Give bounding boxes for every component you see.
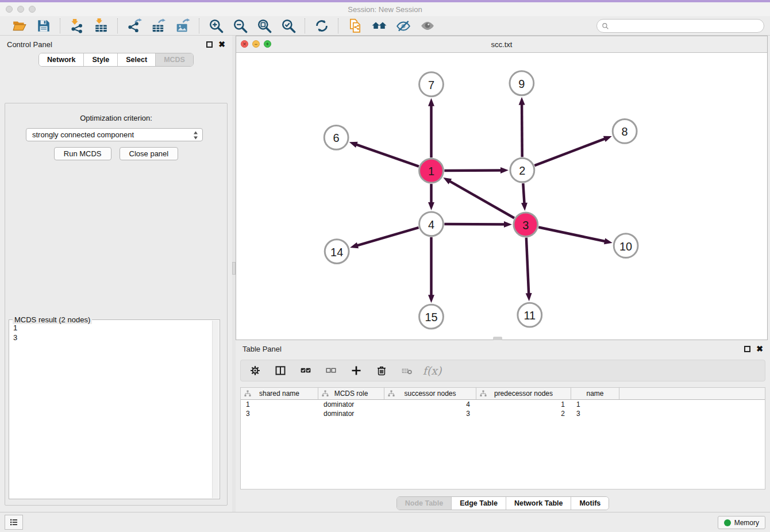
- edge-1-2[interactable]: [444, 167, 509, 174]
- list-icon: [9, 517, 19, 527]
- tab-select[interactable]: Select: [117, 53, 155, 66]
- zoom-in-icon: [209, 18, 224, 33]
- criterion-dropdown[interactable]: strongly connected component: [26, 128, 203, 141]
- app-titlebar: Session: New Session: [0, 2, 770, 17]
- table-tab-node-table[interactable]: Node Table: [397, 497, 451, 510]
- new-network-from-selection-button[interactable]: [345, 17, 365, 34]
- edge-3-10[interactable]: [538, 228, 613, 245]
- zoom-fit-button[interactable]: [254, 17, 275, 34]
- graph-node-6[interactable]: 6: [324, 125, 348, 149]
- tab-network[interactable]: Network: [39, 53, 83, 66]
- show-graphics-details-button[interactable]: [417, 17, 438, 34]
- node-label: 4: [428, 218, 434, 231]
- edge-2-8[interactable]: [534, 136, 612, 165]
- graph-node-2[interactable]: 2: [510, 158, 534, 182]
- edge-4-3[interactable]: [444, 221, 512, 228]
- minimize-view-icon[interactable]: −: [252, 40, 260, 48]
- export-image-button[interactable]: [172, 17, 193, 34]
- graph-node-1[interactable]: 1: [419, 159, 444, 183]
- close-view-icon[interactable]: ✕: [241, 40, 248, 48]
- edge-1-4[interactable]: [428, 184, 434, 210]
- table-row[interactable]: 1dominator411: [241, 400, 765, 409]
- cell-mcds-role[interactable]: dominator: [318, 400, 384, 408]
- result-scrollbar[interactable]: [212, 321, 219, 498]
- cell-name[interactable]: 1: [571, 400, 619, 408]
- cell-shared-name[interactable]: 1: [241, 400, 318, 408]
- table-tab-edge-table[interactable]: Edge Table: [451, 497, 506, 510]
- workspace: ✕ − + scc.txt 7968124314101511 Table Pan…: [236, 36, 770, 512]
- graph-node-4[interactable]: 4: [419, 212, 444, 236]
- refresh-view-button[interactable]: [311, 17, 332, 34]
- edge-4-15[interactable]: [428, 237, 434, 303]
- cell-shared-name[interactable]: 3: [241, 410, 318, 418]
- edge-3-11[interactable]: [526, 238, 532, 302]
- cell-successor-nodes[interactable]: 4: [384, 400, 476, 408]
- table-panel-close-button[interactable]: ✖: [756, 345, 763, 353]
- edge-1-7[interactable]: [428, 98, 434, 158]
- split-panel-button[interactable]: [273, 363, 288, 378]
- minimize-window-icon[interactable]: [17, 6, 24, 13]
- table-settings-button[interactable]: [248, 363, 263, 378]
- column-header-shared-name[interactable]: shared name: [241, 388, 318, 399]
- node-table: shared nameMCDS rolesuccessor nodesprede…: [240, 387, 765, 489]
- open-session-button[interactable]: [9, 17, 30, 34]
- graph-node-11[interactable]: 11: [518, 303, 542, 327]
- node-label: 1: [428, 165, 434, 178]
- cell-mcds-role[interactable]: dominator: [318, 410, 384, 418]
- zoom-out-button[interactable]: [230, 17, 251, 34]
- maximize-view-icon[interactable]: +: [264, 40, 271, 48]
- close-window-icon[interactable]: [6, 6, 13, 13]
- tab-style[interactable]: Style: [83, 53, 117, 66]
- create-column-button[interactable]: [349, 363, 364, 378]
- graph-node-8[interactable]: 8: [613, 119, 637, 144]
- table-panel-float-button[interactable]: [744, 346, 750, 352]
- close-panel-button[interactable]: Close panel: [120, 147, 179, 160]
- cell-predecessor-nodes[interactable]: 2: [476, 410, 571, 418]
- control-panel-float-button[interactable]: [206, 41, 213, 48]
- import-table-button[interactable]: [91, 17, 111, 34]
- graph-node-14[interactable]: 14: [325, 240, 349, 264]
- delete-columns-button[interactable]: [374, 363, 389, 378]
- edge-3-1[interactable]: [443, 178, 514, 218]
- column-header-name[interactable]: name: [571, 388, 619, 399]
- import-network-button[interactable]: [67, 17, 87, 34]
- table-tab-network-table[interactable]: Network Table: [506, 497, 571, 510]
- zoom-window-icon[interactable]: [29, 6, 36, 13]
- save-session-button[interactable]: [33, 17, 54, 34]
- edge-4-14[interactable]: [350, 228, 418, 248]
- apply-layout-homes-button[interactable]: [369, 17, 390, 34]
- graph-node-9[interactable]: 9: [510, 71, 534, 95]
- graph-node-10[interactable]: 10: [614, 234, 638, 258]
- node-label: 9: [518, 78, 525, 90]
- cell-successor-nodes[interactable]: 3: [384, 410, 476, 418]
- deselect-all-rows-button[interactable]: [324, 363, 338, 378]
- arrowhead-icon: [443, 178, 452, 184]
- search-input[interactable]: [613, 21, 759, 30]
- edge-1-6[interactable]: [349, 142, 419, 167]
- graph-node-3[interactable]: 3: [514, 213, 538, 237]
- network-canvas[interactable]: 7968124314101511: [236, 52, 767, 340]
- memory-button[interactable]: Memory: [718, 516, 765, 529]
- task-history-button[interactable]: [5, 515, 23, 530]
- zoom-selected-button[interactable]: [278, 17, 299, 34]
- network-window-titlebar[interactable]: ✕ − + scc.txt: [236, 36, 767, 53]
- column-header-predecessor-nodes[interactable]: predecessor nodes: [476, 388, 571, 399]
- cell-predecessor-nodes[interactable]: 1: [476, 400, 571, 408]
- column-header-successor-nodes[interactable]: successor nodes: [384, 388, 476, 399]
- hide-graphics-details-button[interactable]: [393, 17, 414, 34]
- edge-2-9[interactable]: [519, 97, 525, 157]
- zoom-in-button[interactable]: [206, 17, 226, 34]
- table-row[interactable]: 3dominator323: [241, 409, 765, 418]
- control-panel-close-button[interactable]: ✖: [218, 40, 225, 48]
- select-all-rows-button[interactable]: [298, 363, 313, 378]
- column-header-mcds-role[interactable]: MCDS role: [318, 388, 384, 399]
- export-network-button[interactable]: [124, 17, 145, 34]
- graph-node-15[interactable]: 15: [419, 304, 444, 329]
- run-mcds-button[interactable]: Run MCDS: [54, 147, 111, 160]
- table-tab-motifs[interactable]: Motifs: [571, 497, 609, 510]
- graph-node-7[interactable]: 7: [419, 72, 444, 97]
- cell-name[interactable]: 3: [571, 410, 619, 418]
- export-table-button[interactable]: [148, 17, 169, 34]
- tab-mcds[interactable]: MCDS: [155, 53, 193, 66]
- edge-2-3[interactable]: [521, 183, 528, 211]
